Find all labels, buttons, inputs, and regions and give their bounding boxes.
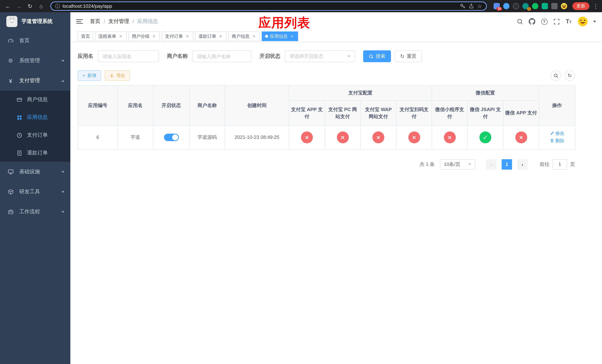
col-header-wechat-jsapi: 微信 JSAPI 支付 xyxy=(467,100,503,126)
share-icon[interactable] xyxy=(469,3,474,9)
user-avatar[interactable] xyxy=(577,16,588,27)
forward-icon[interactable]: → xyxy=(14,1,24,11)
search-icon[interactable] xyxy=(516,18,524,25)
breadcrumb-separator: / xyxy=(104,19,105,24)
tab-home[interactable]: 首页 xyxy=(78,32,93,41)
breadcrumb-home[interactable]: 首页 xyxy=(90,18,100,25)
sidebar-item-system[interactable]: ⚙ 系统管理 xyxy=(0,51,70,71)
extension-icon[interactable]: 1 xyxy=(522,3,529,9)
app-logo[interactable]: 芋道管理系统 xyxy=(0,12,70,31)
sidebar-item-workflow[interactable]: 工作流程 xyxy=(0,202,70,222)
extension-icon[interactable] xyxy=(532,3,538,9)
hamburger-icon[interactable] xyxy=(76,18,84,25)
col-header-status: 开启状态 xyxy=(153,85,189,126)
sidebar-item-merchant-info[interactable]: 商户信息 xyxy=(0,91,70,108)
reload-icon[interactable]: ↻ xyxy=(25,1,35,11)
tab-app-info[interactable]: 应用信息 × xyxy=(262,32,298,41)
col-header-alipay-pc: 支付宝 PC 网站支付 xyxy=(325,100,360,126)
tab-merchant-info[interactable]: 商户信息 × xyxy=(228,32,260,41)
extension-icon[interactable]: 10 xyxy=(494,3,500,9)
profile-avatar-icon[interactable] xyxy=(561,3,567,9)
close-icon[interactable]: × xyxy=(185,34,190,39)
font-size-icon[interactable]: TT xyxy=(565,18,572,25)
tab-refund-orders[interactable]: 退款订单 × xyxy=(195,32,226,41)
prev-page-button[interactable]: ‹ xyxy=(486,159,496,169)
sidebar-item-label: 系统管理 xyxy=(19,57,40,64)
dashboard-icon xyxy=(7,38,14,44)
export-button[interactable]: 导出 xyxy=(105,70,130,81)
refresh-table-button[interactable]: ↻ xyxy=(565,70,575,81)
tab-label: 商户信息 xyxy=(232,33,249,39)
edit-button[interactable]: 修改 xyxy=(550,130,564,137)
add-button[interactable]: + 新增 xyxy=(78,70,101,81)
tab-payment-orders[interactable]: 支付订单 × xyxy=(162,32,193,41)
sidebar-item-payment-orders[interactable]: 支付订单 xyxy=(0,126,70,144)
sidebar-item-app-info[interactable]: 应用信息 xyxy=(0,108,70,126)
extension-badge: 10 xyxy=(496,7,502,11)
tags-view: 首页 流程表单 × 用户分组 × 支付订单 × 退款订单 × xyxy=(70,31,602,42)
group-header-wechat: 微信配置 xyxy=(432,85,539,100)
tab-process-form[interactable]: 流程表单 × xyxy=(95,32,127,41)
sidebar-item-dev-tools[interactable]: 研发工具 xyxy=(0,182,70,202)
address-bar[interactable]: ⓘ localhost:1024/pay/app ☆ xyxy=(50,1,487,11)
extensions-puzzle-icon[interactable] xyxy=(551,3,558,9)
sidebar-item-infrastructure[interactable]: 基础设施 xyxy=(0,162,70,182)
reset-button[interactable]: ↻ 重置 xyxy=(395,50,422,62)
next-page-button[interactable]: › xyxy=(517,159,527,169)
sidebar-item-label: 退款订单 xyxy=(27,150,48,156)
fullscreen-icon[interactable] xyxy=(553,18,560,25)
url-text[interactable]: localhost:1024/pay/app xyxy=(63,3,456,9)
export-button-label: 导出 xyxy=(116,72,125,79)
extension-icon[interactable] xyxy=(503,3,509,9)
close-icon[interactable]: × xyxy=(218,34,223,39)
site-info-icon[interactable]: ⓘ xyxy=(55,3,60,10)
password-key-icon[interactable] xyxy=(460,3,465,9)
close-icon[interactable]: × xyxy=(118,34,123,39)
home-icon[interactable]: ⌂ xyxy=(36,1,46,11)
github-icon[interactable] xyxy=(528,18,536,25)
app-name-label: 应用名 xyxy=(78,53,93,60)
sidebar-item-payment[interactable]: ¥ 支付管理 xyxy=(0,71,70,91)
status-cross-icon: × xyxy=(444,131,456,143)
pagination: 共 1 条 10条/页 ‹ 1 › 前往 页 xyxy=(78,159,575,169)
help-icon[interactable]: ? xyxy=(540,18,548,25)
browser-update-button[interactable]: 更新 xyxy=(572,2,589,10)
bookmark-star-icon[interactable]: ☆ xyxy=(477,3,482,10)
sidebar-item-refund-orders[interactable]: 退款订单 xyxy=(0,144,70,162)
goto-page-input[interactable] xyxy=(552,159,567,169)
page-size-select[interactable]: 10条/页 xyxy=(440,159,475,169)
status-check-icon: ✓ xyxy=(479,131,491,143)
search-form: 应用名 商户名称 开启状态 请选择开启状态 搜索 ↻ 重置 xyxy=(78,50,595,62)
close-icon[interactable]: × xyxy=(151,34,157,39)
browser-menu-icon[interactable]: ⋮ xyxy=(592,3,599,10)
tab-label: 用户分组 xyxy=(132,33,150,39)
extension-icon[interactable] xyxy=(513,3,519,9)
show-search-button[interactable] xyxy=(550,70,561,81)
app-name-input[interactable] xyxy=(98,50,159,62)
sidebar-item-label: 支付管理 xyxy=(19,77,40,84)
delete-button[interactable]: 删除 xyxy=(550,137,564,144)
merchant-name-input[interactable] xyxy=(192,50,251,62)
page-number-button[interactable]: 1 xyxy=(502,159,512,169)
close-icon[interactable]: × xyxy=(251,34,257,39)
col-header-wechat-mini: 微信小程序支付 xyxy=(432,100,467,126)
tab-user-group[interactable]: 用户分组 × xyxy=(129,32,160,41)
document-icon xyxy=(16,150,22,156)
back-icon[interactable]: ← xyxy=(3,1,13,11)
breadcrumb-payment[interactable]: 支付管理 xyxy=(108,18,129,25)
chevron-down-icon xyxy=(62,171,64,173)
status-select[interactable]: 请选择开启状态 xyxy=(285,50,355,62)
close-icon[interactable]: × xyxy=(290,34,295,39)
extension-icon[interactable] xyxy=(542,3,548,9)
app-title: 芋道管理系统 xyxy=(22,18,53,25)
search-button[interactable]: 搜索 xyxy=(363,50,391,62)
chevron-down-icon[interactable] xyxy=(593,21,596,22)
enable-switch[interactable] xyxy=(164,134,179,141)
search-button-label: 搜索 xyxy=(376,53,386,60)
sidebar-item-home[interactable]: 首页 xyxy=(0,31,70,51)
page-title-annotation: 应用列表 xyxy=(258,14,310,32)
credit-card-icon xyxy=(16,97,22,102)
add-button-label: 新增 xyxy=(87,72,96,79)
group-header-alipay: 支付宝配置 xyxy=(289,85,432,100)
col-header-alipay-wap: 支付宝 WAP 网站支付 xyxy=(360,100,396,126)
